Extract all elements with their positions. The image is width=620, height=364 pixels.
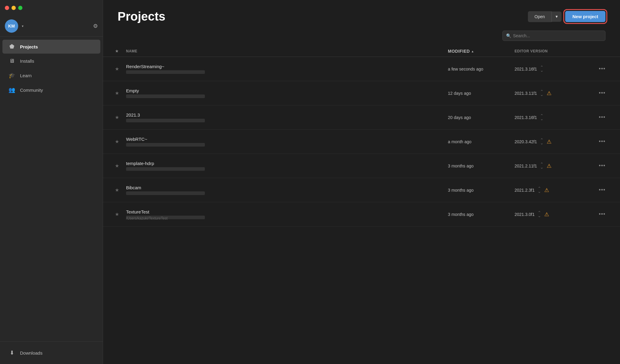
star-cell: ★ xyxy=(108,66,126,72)
version-text: 2021.3.16f1 xyxy=(515,67,537,71)
lock-icon: 🖥 xyxy=(8,58,15,64)
open-button[interactable]: Open xyxy=(528,11,552,22)
project-actions: ••• xyxy=(587,138,605,145)
more-options-button[interactable]: ••• xyxy=(599,138,605,145)
project-path xyxy=(126,119,205,122)
sidebar-item-learn[interactable]: 🎓 Learn xyxy=(2,68,100,82)
search-wrapper: 🔍 xyxy=(502,31,605,41)
project-path xyxy=(126,143,205,147)
project-name: RenderStreaming~ xyxy=(126,64,448,69)
table-row[interactable]: ★ 2021.3 20 days ago 2021.3.16f1 ⌃⌄ ••• xyxy=(103,105,620,130)
sidebar-item-downloads[interactable]: ⬇ Downloads xyxy=(2,346,100,360)
project-path xyxy=(126,94,205,98)
table-row[interactable]: ★ WebRTC~ a month ago 2020.3.42f1 ⌃⌄ ⚠ •… xyxy=(103,130,620,154)
star-icon[interactable]: ★ xyxy=(115,114,119,120)
more-options-button[interactable]: ••• xyxy=(599,90,605,96)
column-header-star: ★ xyxy=(108,49,126,53)
sort-ascending-icon: ▲ xyxy=(471,50,474,53)
project-modified: 12 days ago xyxy=(448,91,515,96)
more-options-button[interactable]: ••• xyxy=(599,66,605,72)
close-button[interactable] xyxy=(5,6,9,10)
project-name: WebRTC~ xyxy=(126,137,448,142)
version-text: 2021.2.3f1 xyxy=(515,188,535,193)
star-icon[interactable]: ★ xyxy=(115,139,119,144)
version-text: 2021.2.11f1 xyxy=(515,164,537,168)
settings-icon[interactable]: ⚙ xyxy=(93,23,98,29)
sidebar-item-projects[interactable]: ⬟ Projects xyxy=(2,40,100,54)
sidebar-bottom: ⬇ Downloads xyxy=(0,341,103,364)
project-version-cell: 2021.2.3f1 ⌃⌄ ⚠ xyxy=(515,187,587,194)
fullscreen-button[interactable] xyxy=(18,6,22,10)
version-switch-icon[interactable]: ⌃⌄ xyxy=(540,163,544,169)
star-icon[interactable]: ★ xyxy=(115,90,119,96)
more-options-button[interactable]: ••• xyxy=(599,211,605,217)
star-icon[interactable]: ★ xyxy=(115,66,119,72)
star-icon[interactable]: ★ xyxy=(115,163,119,169)
project-modified: a month ago xyxy=(448,139,515,144)
star-cell: ★ xyxy=(108,211,126,217)
star-header-icon: ★ xyxy=(115,49,119,53)
page-title: Projects xyxy=(118,10,165,23)
table-row[interactable]: ★ Bibcam 3 months ago 2021.2.3f1 ⌃⌄ ⚠ ••… xyxy=(103,178,620,202)
project-path xyxy=(126,191,205,195)
project-version-cell: 2021.3.16f1 ⌃⌄ xyxy=(515,66,587,72)
table-row[interactable]: ★ template-hdrp 3 months ago 2021.2.11f1… xyxy=(103,154,620,178)
more-options-button[interactable]: ••• xyxy=(599,187,605,193)
project-version-cell: 2021.3.11f1 ⌃⌄ ⚠ xyxy=(515,90,587,97)
table-row[interactable]: ★ RenderStreaming~ a few seconds ago 202… xyxy=(103,57,620,81)
sidebar-item-installs[interactable]: 🖥 Installs xyxy=(2,54,100,68)
sidebar-item-learn-label: Learn xyxy=(20,73,32,78)
titlebar xyxy=(0,0,103,16)
project-version-cell: 2020.3.42f1 ⌃⌄ ⚠ xyxy=(515,138,587,145)
table-row[interactable]: ★ Empty 12 days ago 2021.3.11f1 ⌃⌄ ⚠ ••• xyxy=(103,81,620,105)
project-info: Bibcam xyxy=(126,181,448,199)
search-input[interactable] xyxy=(502,31,605,41)
sidebar-item-community-label: Community xyxy=(20,88,43,93)
more-options-button[interactable]: ••• xyxy=(599,163,605,169)
star-icon[interactable]: ★ xyxy=(115,211,119,217)
minimize-button[interactable] xyxy=(12,6,16,10)
avatar-dropdown-icon[interactable]: ▾ xyxy=(22,24,24,28)
download-icon: ⬇ xyxy=(8,349,15,356)
version-switch-icon[interactable]: ⌃⌄ xyxy=(538,187,541,193)
project-name: Empty xyxy=(126,88,448,93)
version-switch-icon[interactable]: ⌃⌄ xyxy=(540,139,544,145)
warning-icon: ⚠ xyxy=(547,163,552,169)
main-header: Projects Open ▼ New project xyxy=(103,0,620,28)
project-info: Empty xyxy=(126,84,448,102)
version-switch-icon[interactable]: ⌃⌄ xyxy=(538,211,541,217)
star-cell: ★ xyxy=(108,139,126,144)
open-dropdown-button[interactable]: ▼ xyxy=(552,12,562,22)
project-version-cell: 2021.3.0f1 ⌃⌄ ⚠ xyxy=(515,211,587,218)
star-cell: ★ xyxy=(108,187,126,193)
new-project-button[interactable]: New project xyxy=(565,11,605,22)
avatar[interactable]: KM xyxy=(5,19,18,33)
project-name: 2021.3 xyxy=(126,112,448,117)
graduation-icon: 🎓 xyxy=(8,72,15,79)
column-header-modified[interactable]: MODIFIED ▲ xyxy=(448,49,515,54)
project-info: template-hdrp xyxy=(126,157,448,175)
column-header-editor-version: EDITOR VERSION xyxy=(515,49,587,53)
version-switch-icon[interactable]: ⌃⌄ xyxy=(540,90,544,96)
search-bar: 🔍 xyxy=(103,28,620,46)
column-header-name: NAME xyxy=(126,49,448,53)
warning-icon: ⚠ xyxy=(547,90,552,97)
project-actions: ••• xyxy=(587,90,605,96)
version-text: 2021.3.0f1 xyxy=(515,212,535,217)
table-row[interactable]: ★ TextureTest /Users/kazuki/TextureTest … xyxy=(103,202,620,227)
sidebar-item-community[interactable]: 👥 Community xyxy=(2,83,100,97)
warning-icon: ⚠ xyxy=(544,187,549,194)
people-icon: 👥 xyxy=(8,87,15,93)
project-version-cell: 2021.3.16f1 ⌃⌄ xyxy=(515,114,587,121)
more-options-button[interactable]: ••• xyxy=(599,114,605,121)
project-name: Bibcam xyxy=(126,185,448,190)
main-content: Projects Open ▼ New project 🔍 ★ NAME MOD… xyxy=(103,0,620,364)
version-switch-icon[interactable]: ⌃⌄ xyxy=(540,114,544,121)
project-version-cell: 2021.2.11f1 ⌃⌄ ⚠ xyxy=(515,163,587,169)
version-text: 2021.3.16f1 xyxy=(515,115,537,120)
star-icon[interactable]: ★ xyxy=(115,187,119,193)
project-modified: 20 days ago xyxy=(448,115,515,120)
version-switch-icon[interactable]: ⌃⌄ xyxy=(540,66,544,72)
version-text: 2020.3.42f1 xyxy=(515,139,537,144)
star-cell: ★ xyxy=(108,90,126,96)
